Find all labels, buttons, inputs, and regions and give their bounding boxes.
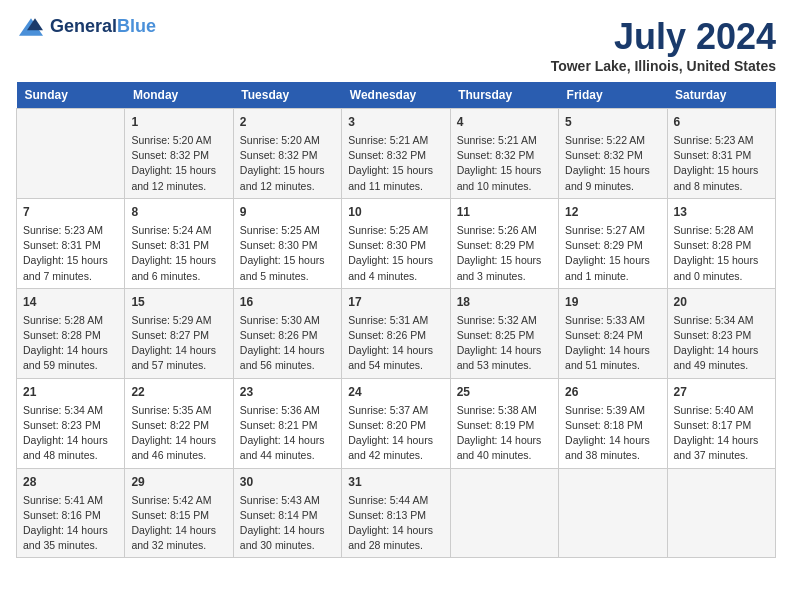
day-number: 29: [131, 473, 226, 491]
calendar-cell: 23Sunrise: 5:36 AM Sunset: 8:21 PM Dayli…: [233, 378, 341, 468]
calendar-cell: 31Sunrise: 5:44 AM Sunset: 8:13 PM Dayli…: [342, 468, 450, 558]
day-number: 6: [674, 113, 769, 131]
calendar-cell: 15Sunrise: 5:29 AM Sunset: 8:27 PM Dayli…: [125, 288, 233, 378]
calendar-cell: 11Sunrise: 5:26 AM Sunset: 8:29 PM Dayli…: [450, 198, 558, 288]
month-title: July 2024: [551, 16, 776, 58]
day-header-thursday: Thursday: [450, 82, 558, 109]
calendar-cell: 3Sunrise: 5:21 AM Sunset: 8:32 PM Daylig…: [342, 109, 450, 199]
day-info: Sunrise: 5:21 AM Sunset: 8:32 PM Dayligh…: [348, 133, 443, 194]
day-info: Sunrise: 5:33 AM Sunset: 8:24 PM Dayligh…: [565, 313, 660, 374]
calendar-week-5: 28Sunrise: 5:41 AM Sunset: 8:16 PM Dayli…: [17, 468, 776, 558]
calendar-cell: 1Sunrise: 5:20 AM Sunset: 8:32 PM Daylig…: [125, 109, 233, 199]
calendar-cell: 4Sunrise: 5:21 AM Sunset: 8:32 PM Daylig…: [450, 109, 558, 199]
calendar-cell: 28Sunrise: 5:41 AM Sunset: 8:16 PM Dayli…: [17, 468, 125, 558]
day-header-saturday: Saturday: [667, 82, 775, 109]
day-info: Sunrise: 5:42 AM Sunset: 8:15 PM Dayligh…: [131, 493, 226, 554]
calendar-cell: 21Sunrise: 5:34 AM Sunset: 8:23 PM Dayli…: [17, 378, 125, 468]
day-number: 5: [565, 113, 660, 131]
logo-icon: [16, 17, 46, 37]
calendar-cell: 10Sunrise: 5:25 AM Sunset: 8:30 PM Dayli…: [342, 198, 450, 288]
day-number: 30: [240, 473, 335, 491]
day-info: Sunrise: 5:34 AM Sunset: 8:23 PM Dayligh…: [23, 403, 118, 464]
location: Tower Lake, Illinois, United States: [551, 58, 776, 74]
day-info: Sunrise: 5:21 AM Sunset: 8:32 PM Dayligh…: [457, 133, 552, 194]
day-number: 11: [457, 203, 552, 221]
day-header-wednesday: Wednesday: [342, 82, 450, 109]
day-info: Sunrise: 5:28 AM Sunset: 8:28 PM Dayligh…: [674, 223, 769, 284]
day-number: 28: [23, 473, 118, 491]
day-info: Sunrise: 5:34 AM Sunset: 8:23 PM Dayligh…: [674, 313, 769, 374]
day-info: Sunrise: 5:25 AM Sunset: 8:30 PM Dayligh…: [348, 223, 443, 284]
calendar-cell: 27Sunrise: 5:40 AM Sunset: 8:17 PM Dayli…: [667, 378, 775, 468]
day-info: Sunrise: 5:36 AM Sunset: 8:21 PM Dayligh…: [240, 403, 335, 464]
calendar-table: SundayMondayTuesdayWednesdayThursdayFrid…: [16, 82, 776, 558]
title-section: July 2024 Tower Lake, Illinois, United S…: [551, 16, 776, 74]
calendar-cell: 29Sunrise: 5:42 AM Sunset: 8:15 PM Dayli…: [125, 468, 233, 558]
logo-general: General: [50, 16, 117, 36]
day-header-monday: Monday: [125, 82, 233, 109]
day-number: 7: [23, 203, 118, 221]
calendar-cell: 9Sunrise: 5:25 AM Sunset: 8:30 PM Daylig…: [233, 198, 341, 288]
day-info: Sunrise: 5:20 AM Sunset: 8:32 PM Dayligh…: [240, 133, 335, 194]
calendar-cell: 5Sunrise: 5:22 AM Sunset: 8:32 PM Daylig…: [559, 109, 667, 199]
day-info: Sunrise: 5:44 AM Sunset: 8:13 PM Dayligh…: [348, 493, 443, 554]
day-header-friday: Friday: [559, 82, 667, 109]
calendar-week-3: 14Sunrise: 5:28 AM Sunset: 8:28 PM Dayli…: [17, 288, 776, 378]
day-number: 4: [457, 113, 552, 131]
day-info: Sunrise: 5:20 AM Sunset: 8:32 PM Dayligh…: [131, 133, 226, 194]
day-info: Sunrise: 5:22 AM Sunset: 8:32 PM Dayligh…: [565, 133, 660, 194]
day-info: Sunrise: 5:32 AM Sunset: 8:25 PM Dayligh…: [457, 313, 552, 374]
day-info: Sunrise: 5:29 AM Sunset: 8:27 PM Dayligh…: [131, 313, 226, 374]
day-number: 13: [674, 203, 769, 221]
calendar-header-row: SundayMondayTuesdayWednesdayThursdayFrid…: [17, 82, 776, 109]
day-info: Sunrise: 5:26 AM Sunset: 8:29 PM Dayligh…: [457, 223, 552, 284]
day-info: Sunrise: 5:35 AM Sunset: 8:22 PM Dayligh…: [131, 403, 226, 464]
calendar-cell: 2Sunrise: 5:20 AM Sunset: 8:32 PM Daylig…: [233, 109, 341, 199]
calendar-cell: 8Sunrise: 5:24 AM Sunset: 8:31 PM Daylig…: [125, 198, 233, 288]
day-number: 17: [348, 293, 443, 311]
day-number: 14: [23, 293, 118, 311]
calendar-cell: [667, 468, 775, 558]
day-info: Sunrise: 5:25 AM Sunset: 8:30 PM Dayligh…: [240, 223, 335, 284]
day-number: 1: [131, 113, 226, 131]
day-info: Sunrise: 5:24 AM Sunset: 8:31 PM Dayligh…: [131, 223, 226, 284]
day-info: Sunrise: 5:43 AM Sunset: 8:14 PM Dayligh…: [240, 493, 335, 554]
calendar-cell: [450, 468, 558, 558]
day-info: Sunrise: 5:27 AM Sunset: 8:29 PM Dayligh…: [565, 223, 660, 284]
calendar-cell: 22Sunrise: 5:35 AM Sunset: 8:22 PM Dayli…: [125, 378, 233, 468]
calendar-cell: 19Sunrise: 5:33 AM Sunset: 8:24 PM Dayli…: [559, 288, 667, 378]
day-number: 27: [674, 383, 769, 401]
day-info: Sunrise: 5:38 AM Sunset: 8:19 PM Dayligh…: [457, 403, 552, 464]
day-number: 23: [240, 383, 335, 401]
day-number: 9: [240, 203, 335, 221]
calendar-cell: 20Sunrise: 5:34 AM Sunset: 8:23 PM Dayli…: [667, 288, 775, 378]
day-number: 20: [674, 293, 769, 311]
day-number: 10: [348, 203, 443, 221]
day-info: Sunrise: 5:28 AM Sunset: 8:28 PM Dayligh…: [23, 313, 118, 374]
day-info: Sunrise: 5:23 AM Sunset: 8:31 PM Dayligh…: [674, 133, 769, 194]
day-number: 26: [565, 383, 660, 401]
day-info: Sunrise: 5:31 AM Sunset: 8:26 PM Dayligh…: [348, 313, 443, 374]
calendar-cell: [559, 468, 667, 558]
day-number: 3: [348, 113, 443, 131]
day-number: 16: [240, 293, 335, 311]
day-info: Sunrise: 5:40 AM Sunset: 8:17 PM Dayligh…: [674, 403, 769, 464]
day-info: Sunrise: 5:39 AM Sunset: 8:18 PM Dayligh…: [565, 403, 660, 464]
calendar-cell: 13Sunrise: 5:28 AM Sunset: 8:28 PM Dayli…: [667, 198, 775, 288]
calendar-cell: 16Sunrise: 5:30 AM Sunset: 8:26 PM Dayli…: [233, 288, 341, 378]
calendar-cell: 6Sunrise: 5:23 AM Sunset: 8:31 PM Daylig…: [667, 109, 775, 199]
day-number: 2: [240, 113, 335, 131]
calendar-cell: 30Sunrise: 5:43 AM Sunset: 8:14 PM Dayli…: [233, 468, 341, 558]
day-number: 21: [23, 383, 118, 401]
day-number: 24: [348, 383, 443, 401]
day-info: Sunrise: 5:41 AM Sunset: 8:16 PM Dayligh…: [23, 493, 118, 554]
day-header-tuesday: Tuesday: [233, 82, 341, 109]
calendar-cell: 14Sunrise: 5:28 AM Sunset: 8:28 PM Dayli…: [17, 288, 125, 378]
calendar-cell: [17, 109, 125, 199]
calendar-week-2: 7Sunrise: 5:23 AM Sunset: 8:31 PM Daylig…: [17, 198, 776, 288]
day-header-sunday: Sunday: [17, 82, 125, 109]
calendar-cell: 17Sunrise: 5:31 AM Sunset: 8:26 PM Dayli…: [342, 288, 450, 378]
day-number: 15: [131, 293, 226, 311]
day-number: 19: [565, 293, 660, 311]
page-header: GeneralBlue July 2024 Tower Lake, Illino…: [16, 16, 776, 74]
